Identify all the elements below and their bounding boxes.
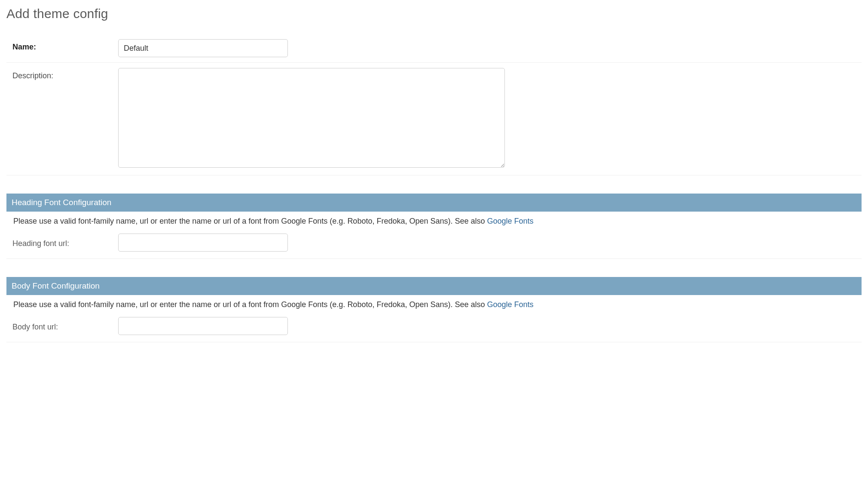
- heading-font-help-text: Please use a valid font-family name, url…: [13, 217, 487, 225]
- section-heading-font-header: Heading Font Configuration: [6, 194, 862, 212]
- heading-font-url-label: Heading font url:: [6, 237, 118, 248]
- name-input[interactable]: [118, 39, 288, 57]
- heading-font-url-widget: [118, 234, 862, 252]
- body-font-url-label: Body font url:: [6, 321, 118, 332]
- description-widget: [118, 68, 862, 170]
- body-font-url-widget: [118, 317, 862, 335]
- section-heading-font: Heading Font Configuration Please use a …: [6, 194, 862, 259]
- description-label: Description:: [6, 68, 118, 80]
- row-name: Name:: [6, 34, 862, 63]
- name-widget: [118, 39, 862, 57]
- heading-font-url-input[interactable]: [118, 234, 288, 252]
- section-heading-font-help: Please use a valid font-family name, url…: [6, 212, 862, 229]
- body-font-url-input[interactable]: [118, 317, 288, 335]
- theme-config-form: Add theme config Name: Description: Head…: [0, 0, 868, 349]
- section-body-font-help: Please use a valid font-family name, url…: [6, 295, 862, 313]
- google-fonts-link[interactable]: Google Fonts: [487, 217, 534, 225]
- name-label: Name:: [6, 39, 118, 52]
- section-body-font: Body Font Configuration Please use a val…: [6, 277, 862, 342]
- row-heading-font-url: Heading font url:: [6, 229, 862, 259]
- section-body-font-header: Body Font Configuration: [6, 277, 862, 295]
- description-textarea[interactable]: [118, 68, 505, 168]
- body-font-help-text: Please use a valid font-family name, url…: [13, 300, 487, 309]
- row-description: Description:: [6, 63, 862, 175]
- google-fonts-link-body[interactable]: Google Fonts: [487, 300, 534, 309]
- page-title: Add theme config: [6, 6, 862, 21]
- row-body-font-url: Body font url:: [6, 313, 862, 342]
